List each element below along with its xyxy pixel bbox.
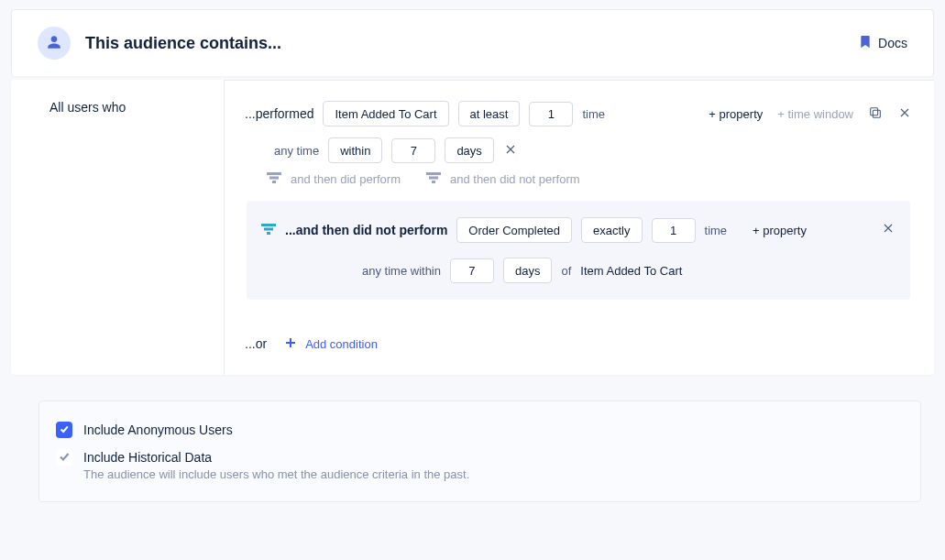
frequency-suffix: time <box>582 107 605 121</box>
remove-time-window-button[interactable] <box>503 142 518 159</box>
check-icon <box>58 450 71 466</box>
close-icon <box>503 142 518 159</box>
of-label: of <box>561 264 571 278</box>
frequency-count-input[interactable]: 1 <box>529 102 573 126</box>
funnel-icon <box>426 172 441 186</box>
svg-rect-9 <box>264 228 273 231</box>
check-icon <box>59 423 70 437</box>
header-bar: This audience contains... Docs <box>11 9 934 76</box>
close-icon <box>881 221 896 238</box>
funnel-did-label: and then did perform <box>291 172 401 186</box>
nested-condition-did-not-perform: ...and then did not perform Order Comple… <box>247 201 910 300</box>
time-operator-select[interactable]: within <box>328 137 382 163</box>
plus-icon <box>285 337 296 351</box>
condition-performed: ...performed Item Added To Cart at least… <box>225 81 934 316</box>
funnel-did-not-label: and then did not perform <box>450 172 580 186</box>
any-time-within-label: any time within <box>362 264 441 278</box>
nested-add-property-button[interactable]: + property <box>753 224 807 237</box>
nested-time-count-input[interactable]: 7 <box>450 258 494 283</box>
add-condition-button[interactable]: Add condition <box>285 337 378 351</box>
of-event-label: Item Added To Cart <box>580 264 682 278</box>
svg-rect-8 <box>261 224 276 226</box>
include-anonymous-option: Include Anonymous Users <box>56 422 900 438</box>
funnel-icon <box>267 172 281 186</box>
nested-frequency-operator-select[interactable]: exactly <box>581 217 642 243</box>
any-time-label: any time <box>274 144 319 158</box>
event-select[interactable]: Item Added To Cart <box>323 101 448 126</box>
nested-time-unit-select[interactable]: days <box>503 258 552 283</box>
options-panel: Include Anonymous Users Include Historic… <box>38 401 921 502</box>
svg-rect-5 <box>426 172 441 175</box>
duplicate-button[interactable] <box>868 105 883 123</box>
condition-row-1: ...performed Item Added To Cart at least… <box>245 101 912 126</box>
funnel-options: and then did perform and then did not pe… <box>245 163 912 190</box>
funnel-icon <box>261 223 276 237</box>
condition-prefix: ...performed <box>245 106 313 121</box>
all-users-who-label: All users who <box>49 100 126 115</box>
or-row: ...or Add condition <box>225 316 934 375</box>
condition-time-row: any time within 7 days <box>245 137 912 163</box>
docs-label: Docs <box>878 36 907 50</box>
close-icon <box>897 105 912 123</box>
remove-condition-button[interactable] <box>897 105 912 123</box>
svg-rect-10 <box>267 232 270 235</box>
nested-row-2: any time within 7 days of Item Added To … <box>261 258 892 283</box>
svg-rect-7 <box>432 181 435 183</box>
add-property-button[interactable]: + property <box>709 107 763 121</box>
docs-link[interactable]: Docs <box>860 36 907 51</box>
audience-avatar <box>38 27 71 60</box>
audience-builder: All users who ...performed Item Added To… <box>11 80 934 375</box>
builder-conditions: ...performed Item Added To Cart at least… <box>224 80 934 375</box>
copy-icon <box>868 105 883 123</box>
svg-rect-0 <box>873 110 880 117</box>
svg-rect-1 <box>871 107 878 115</box>
include-historical-label: Include Historical Data <box>83 450 212 465</box>
nested-frequency-suffix: time <box>705 224 728 237</box>
include-historical-checkbox[interactable] <box>56 449 72 466</box>
condition-actions: + property + time window <box>709 105 912 123</box>
page-title: This audience contains... <box>85 34 281 53</box>
svg-rect-6 <box>429 177 438 180</box>
svg-rect-2 <box>267 172 281 175</box>
include-historical-option: Include Historical Data <box>56 449 900 466</box>
time-unit-select[interactable]: days <box>445 137 493 163</box>
nested-row-1: ...and then did not perform Order Comple… <box>261 217 892 243</box>
time-count-input[interactable]: 7 <box>391 138 435 163</box>
include-anonymous-checkbox[interactable] <box>56 422 72 438</box>
svg-rect-3 <box>269 177 279 180</box>
header-left: This audience contains... <box>38 27 281 60</box>
funnel-did-not-perform-button[interactable]: and then did not perform <box>426 172 580 186</box>
user-icon <box>46 34 62 53</box>
add-condition-label: Add condition <box>305 337 378 351</box>
nested-event-select[interactable]: Order Completed <box>456 217 572 243</box>
include-historical-description: The audience will include users who met … <box>83 467 900 481</box>
or-prefix: ...or <box>245 336 267 351</box>
remove-nested-condition-button[interactable] <box>881 221 896 238</box>
svg-rect-4 <box>272 181 276 183</box>
add-time-window-button[interactable]: + time window <box>777 107 853 121</box>
bookmark-icon <box>860 36 871 51</box>
builder-left-column: All users who <box>11 80 224 133</box>
funnel-did-perform-button[interactable]: and then did perform <box>267 172 401 186</box>
include-anonymous-label: Include Anonymous Users <box>83 423 233 437</box>
nested-frequency-count-input[interactable]: 1 <box>652 218 696 243</box>
frequency-operator-select[interactable]: at least <box>458 101 521 126</box>
nested-prefix: ...and then did not perform <box>285 223 447 237</box>
